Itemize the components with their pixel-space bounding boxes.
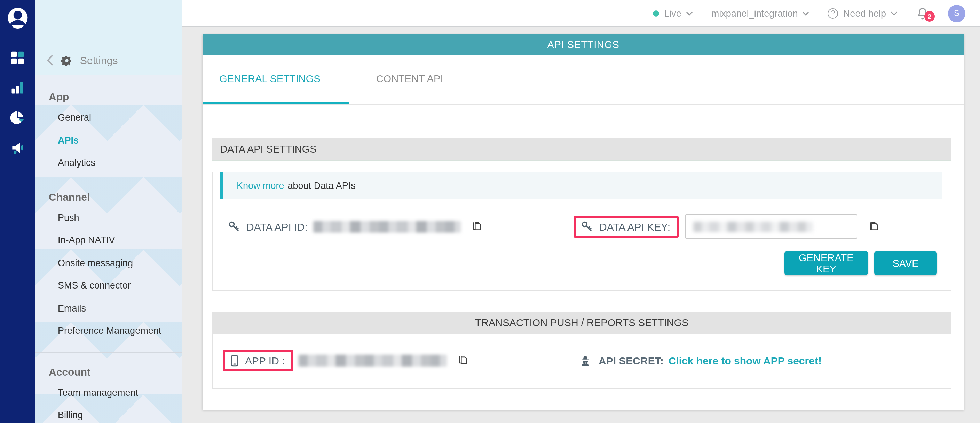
mobile-phone-icon <box>231 355 239 367</box>
key-icon <box>228 220 240 232</box>
sidebar-item-general[interactable]: General <box>35 107 182 129</box>
brand-logo-icon[interactable] <box>6 7 28 29</box>
sidebar-section-account: Account Team management Billing <box>35 352 182 423</box>
copy-icon[interactable] <box>458 355 469 367</box>
need-help-label: Need help <box>843 8 886 19</box>
sidebar-item-preference-management[interactable]: Preference Management <box>35 320 182 343</box>
sidebar-item-billing[interactable]: Billing <box>35 404 182 423</box>
section-heading-account: Account <box>35 366 182 377</box>
environment-label: Live <box>664 8 681 19</box>
gear-icon <box>61 55 72 66</box>
tab-bar: GENERAL SETTINGS CONTENT API <box>202 55 964 105</box>
sidebar-section-channel: Channel Push In-App NATIV Onsite messagi… <box>35 174 182 343</box>
top-bar: Live mixpanel_integration ? Need help 2 … <box>182 0 980 27</box>
sidebar-item-inapp-nativ[interactable]: In-App NATIV <box>35 229 182 252</box>
page-title: API SETTINGS <box>202 34 964 55</box>
app-id-row: APP ID : <box>213 350 579 372</box>
data-api-key-highlight: DATA API KEY: <box>574 215 679 237</box>
data-api-key-value-redacted <box>693 221 813 232</box>
app-id-value-redacted <box>299 355 447 367</box>
data-api-key-label: DATA API KEY: <box>599 220 670 232</box>
app-id-label: APP ID : <box>245 355 285 367</box>
settings-sidebar: Settings App General APIs Analytics Chan… <box>35 0 182 423</box>
data-api-key-input[interactable] <box>685 214 858 239</box>
tab-content-api[interactable]: CONTENT API <box>360 55 463 104</box>
user-avatar[interactable]: S <box>948 5 966 22</box>
api-settings-card: API SETTINGS GENERAL SETTINGS CONTENT AP… <box>202 34 964 410</box>
sidebar-item-push[interactable]: Push <box>35 207 182 229</box>
tab-general-settings[interactable]: GENERAL SETTINGS <box>202 55 350 104</box>
pie-chart-icon[interactable] <box>9 109 26 126</box>
need-help-menu[interactable]: ? Need help <box>828 8 897 19</box>
data-api-id-row: DATA API ID: <box>213 220 574 232</box>
data-api-section-title: DATA API SETTINGS <box>212 138 951 161</box>
app-id-highlight: APP ID : <box>223 350 293 372</box>
know-more-link[interactable]: Know more <box>237 180 284 191</box>
sidebar-item-analytics[interactable]: Analytics <box>35 152 182 174</box>
chevron-down-icon <box>891 10 897 16</box>
data-api-settings-section: DATA API SETTINGS Know more about Data A… <box>212 138 951 291</box>
sidebar-item-team-management[interactable]: Team management <box>35 381 182 404</box>
question-mark-icon: ? <box>828 8 838 19</box>
notifications-button[interactable]: 2 <box>916 6 929 20</box>
key-icon <box>581 220 593 232</box>
copy-icon[interactable] <box>868 220 880 232</box>
section-heading-channel: Channel <box>35 191 182 203</box>
sidebar-section-app: App General APIs Analytics <box>35 75 182 174</box>
sidebar-item-sms-connector[interactable]: SMS & connector <box>35 275 182 297</box>
notification-count-badge: 2 <box>924 11 935 21</box>
environment-selector[interactable]: Live <box>653 8 692 19</box>
know-more-infobox: Know more about Data APIs <box>220 172 942 199</box>
chevron-down-icon <box>686 10 692 16</box>
button-row: GENERATE KEY SAVE <box>213 251 951 290</box>
project-selector[interactable]: mixpanel_integration <box>711 8 809 19</box>
sidebar-title: Settings <box>80 54 118 66</box>
data-api-id-value-redacted <box>313 220 461 232</box>
app-rail <box>0 0 35 423</box>
live-status-dot <box>653 10 659 16</box>
back-chevron-icon[interactable] <box>47 55 54 66</box>
dashboard-grid-icon[interactable] <box>9 49 26 66</box>
data-api-id-label: DATA API ID: <box>247 220 308 232</box>
api-secret-row: API SECRET: Click here to show APP secre… <box>579 354 822 367</box>
sidebar-item-onsite-messaging[interactable]: Onsite messaging <box>35 252 182 275</box>
bar-chart-icon[interactable] <box>9 80 26 96</box>
transaction-settings-section: TRANSACTION PUSH / REPORTS SETTINGS APP … <box>212 311 951 389</box>
generate-key-button[interactable]: GENERATE KEY <box>784 251 868 275</box>
sidebar-item-emails[interactable]: Emails <box>35 297 182 320</box>
know-more-text: about Data APIs <box>288 180 356 191</box>
section-heading-app: App <box>35 91 182 102</box>
secret-agent-icon <box>579 354 592 367</box>
sidebar-header: Settings <box>35 0 182 75</box>
main-content: API SETTINGS GENERAL SETTINGS CONTENT AP… <box>182 27 980 423</box>
chevron-down-icon <box>803 10 809 16</box>
data-api-key-row: DATA API KEY: <box>574 214 880 239</box>
api-secret-label: API SECRET: <box>598 355 663 367</box>
transaction-section-title: TRANSACTION PUSH / REPORTS SETTINGS <box>212 311 951 335</box>
save-button[interactable]: SAVE <box>874 251 937 275</box>
copy-icon[interactable] <box>471 220 483 232</box>
show-app-secret-link[interactable]: Click here to show APP secret! <box>668 355 822 367</box>
sidebar-item-apis[interactable]: APIs <box>35 129 182 152</box>
megaphone-icon[interactable] <box>9 139 26 156</box>
project-name: mixpanel_integration <box>711 8 798 19</box>
